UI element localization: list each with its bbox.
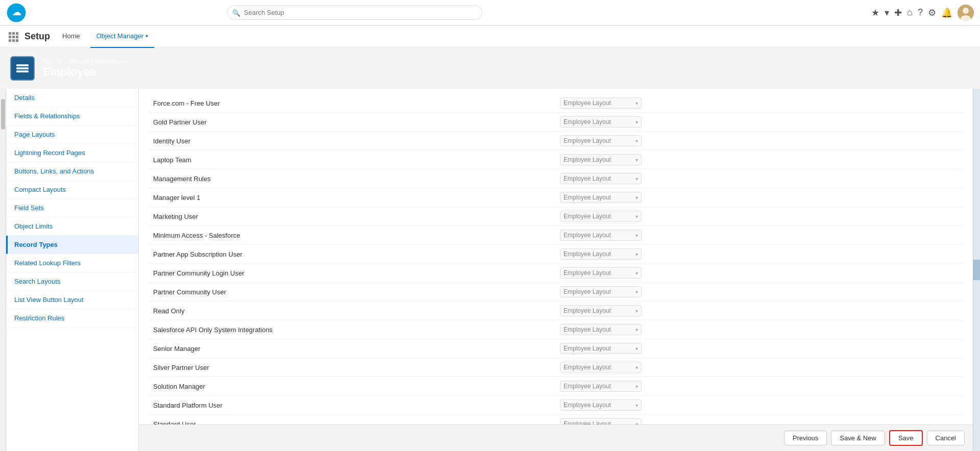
search-input[interactable] [227, 5, 482, 20]
layout-dropdown-value: Employee Layout [564, 364, 611, 371]
header-text-group: SETUP > OBJECT MANAGER Employee [43, 58, 126, 79]
svg-text:☁: ☁ [12, 8, 21, 17]
sidebar-item-record-types[interactable]: Record Types [6, 236, 138, 254]
favorites-icon[interactable]: ★ [871, 7, 879, 18]
layout-dropdown[interactable]: Employee Layout▾ [560, 381, 642, 392]
table-row: Silver Partner UserEmployee Layout▾ [149, 358, 963, 377]
home-icon[interactable]: ⌂ [907, 7, 913, 18]
layout-dropdown-value: Employee Layout [564, 402, 611, 409]
layout-dropdown-value: Employee Layout [564, 175, 611, 182]
layout-dropdown-arrow: ▾ [631, 233, 638, 238]
layout-dropdown[interactable]: Employee Layout▾ [560, 286, 642, 297]
table-row: Standard UserEmployee Layout▾ [149, 415, 963, 425]
content-inner: Force.com - Free UserEmployee Layout▾Gol… [139, 89, 973, 451]
layout-dropdown[interactable]: Employee Layout▾ [560, 305, 642, 316]
layout-dropdown-arrow: ▾ [631, 119, 638, 125]
sidebar-item-buttons-links-actions[interactable]: Buttons, Links, and Actions [6, 162, 138, 181]
layout-dropdown-cell: Employee Layout▾ [556, 226, 963, 245]
save-new-button[interactable]: Save & New [831, 431, 885, 445]
profile-name: Minimum Access - Salesforce [149, 226, 556, 245]
layout-dropdown-value: Employee Layout [564, 118, 611, 126]
cancel-button[interactable]: Cancel [927, 431, 965, 445]
layout-dropdown-arrow: ▾ [631, 270, 638, 276]
layout-dropdown-arrow: ▾ [631, 327, 638, 333]
salesforce-logo[interactable]: ☁ [6, 3, 27, 23]
right-scroll-thumb[interactable] [973, 260, 980, 280]
profile-name: Salesforce API Only System Integrations [149, 320, 556, 339]
layout-dropdown-arrow: ▾ [631, 365, 638, 370]
layout-dropdown-cell: Employee Layout▾ [556, 151, 963, 169]
svg-rect-15 [16, 67, 29, 69]
app-bar: Setup Home Object Manager ▾ [0, 26, 980, 48]
help-icon[interactable]: ? [918, 7, 923, 18]
app-launcher-icon[interactable] [6, 30, 20, 44]
sidebar-item-restriction-rules[interactable]: Restriction Rules [6, 309, 138, 328]
sidebar-item-lightning-record-pages[interactable]: Lightning Record Pages [6, 144, 138, 162]
layout-dropdown-cell: Employee Layout▾ [556, 169, 963, 188]
sidebar-item-search-layouts[interactable]: Search Layouts [6, 272, 138, 291]
layout-dropdown-value: Employee Layout [564, 420, 611, 424]
top-navigation: ☁ 🔍 ★ ▾ ✚ ⌂ ? ⚙ 🔔 [0, 0, 980, 26]
layout-dropdown[interactable]: Employee Layout▾ [560, 248, 642, 260]
layout-dropdown-cell: Employee Layout▾ [556, 94, 963, 113]
layout-dropdown-cell: Employee Layout▾ [556, 245, 963, 264]
layout-dropdown[interactable]: Employee Layout▾ [560, 230, 642, 241]
layout-dropdown-cell: Employee Layout▾ [556, 207, 963, 226]
content-area: Force.com - Free UserEmployee Layout▾Gol… [139, 89, 973, 451]
sidebar-item-fields-relationships[interactable]: Fields & Relationships [6, 107, 138, 126]
svg-rect-12 [12, 39, 15, 42]
sidebar-item-field-sets[interactable]: Field Sets [6, 199, 138, 217]
layout-dropdown[interactable]: Employee Layout▾ [560, 211, 642, 222]
table-container[interactable]: Force.com - Free UserEmployee Layout▾Gol… [139, 89, 973, 424]
previous-button[interactable]: Previous [784, 431, 827, 445]
add-icon[interactable]: ✚ [894, 7, 902, 18]
sidebar: Details Fields & Relationships Page Layo… [6, 89, 139, 451]
right-scrollbar[interactable] [973, 89, 980, 451]
profile-name: Laptop Team [149, 151, 556, 169]
sidebar-scroll-thumb[interactable] [1, 99, 5, 130]
layout-dropdown-value: Employee Layout [564, 345, 611, 352]
layout-dropdown[interactable]: Employee Layout▾ [560, 324, 642, 335]
sidebar-item-related-lookup-filters[interactable]: Related Lookup Filters [6, 254, 138, 272]
layout-dropdown[interactable]: Employee Layout▾ [560, 399, 642, 411]
sidebar-item-details[interactable]: Details [6, 89, 138, 107]
breadcrumb-object-manager[interactable]: OBJECT MANAGER [70, 58, 126, 64]
profile-name: Management Rules [149, 169, 556, 188]
table-row: Force.com - Free UserEmployee Layout▾ [149, 94, 963, 113]
layout-dropdown-arrow: ▾ [631, 289, 638, 295]
tab-home[interactable]: Home [56, 26, 86, 48]
svg-rect-11 [9, 39, 11, 42]
sidebar-item-list-view-button-layout[interactable]: List View Button Layout [6, 291, 138, 309]
layout-dropdown[interactable]: Employee Layout▾ [560, 267, 642, 279]
breadcrumb-setup[interactable]: SETUP [43, 58, 63, 64]
layout-dropdown[interactable]: Employee Layout▾ [560, 116, 642, 128]
table-row: Standard Platform UserEmployee Layout▾ [149, 396, 963, 415]
action-bar: Previous Save & New Save Cancel [139, 424, 973, 451]
svg-rect-14 [16, 64, 29, 66]
layout-dropdown[interactable]: Employee Layout▾ [560, 343, 642, 354]
sidebar-scrollbar[interactable] [0, 89, 6, 451]
avatar[interactable] [958, 5, 974, 21]
table-row: Read OnlyEmployee Layout▾ [149, 302, 963, 320]
sidebar-item-object-limits[interactable]: Object Limits [6, 217, 138, 236]
layout-dropdown[interactable]: Employee Layout▾ [560, 173, 642, 184]
layout-dropdown-arrow: ▾ [631, 252, 638, 257]
layout-dropdown[interactable]: Employee Layout▾ [560, 97, 642, 109]
profile-name: Partner Community Login User [149, 264, 556, 283]
table-row: Solution ManagerEmployee Layout▾ [149, 377, 963, 396]
layout-dropdown[interactable]: Employee Layout▾ [560, 362, 642, 373]
tab-object-manager[interactable]: Object Manager ▾ [90, 26, 155, 48]
sidebar-item-page-layouts[interactable]: Page Layouts [6, 126, 138, 144]
layout-dropdown-value: Employee Layout [564, 213, 611, 220]
sidebar-item-compact-layouts[interactable]: Compact Layouts [6, 181, 138, 199]
layout-dropdown[interactable]: Employee Layout▾ [560, 418, 642, 424]
layout-dropdown[interactable]: Employee Layout▾ [560, 154, 642, 165]
bell-icon[interactable]: 🔔 [941, 7, 952, 18]
favorites-dropdown-icon[interactable]: ▾ [885, 7, 889, 18]
layout-dropdown[interactable]: Employee Layout▾ [560, 135, 642, 146]
layout-dropdown[interactable]: Employee Layout▾ [560, 192, 642, 203]
svg-rect-10 [16, 36, 18, 38]
save-button[interactable]: Save [889, 430, 923, 446]
layout-dropdown-cell: Employee Layout▾ [556, 188, 963, 207]
settings-icon[interactable]: ⚙ [928, 7, 936, 18]
